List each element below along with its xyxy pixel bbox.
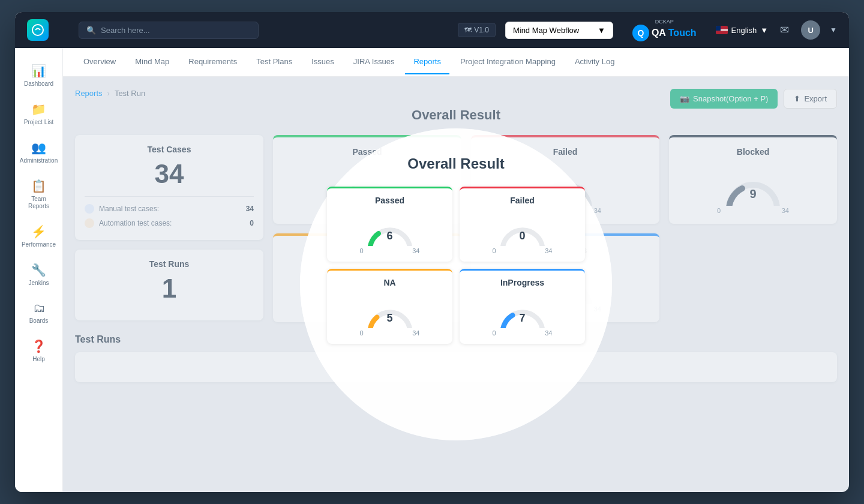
- manual-label: Manual test cases:: [99, 205, 159, 213]
- user-chevron-icon: ▼: [830, 26, 837, 34]
- stat-card-blocked: Blocked 9 0 34: [669, 135, 837, 224]
- sidebar-item-help[interactable]: ❓ Help: [17, 333, 61, 369]
- export-label: Export: [804, 94, 827, 103]
- sidebar-label-help: Help: [32, 356, 45, 363]
- mail-icon[interactable]: ✉: [778, 21, 791, 39]
- test-runs-section: Test Runs: [75, 334, 837, 382]
- language-selector[interactable]: English ▼: [716, 26, 769, 35]
- automation-label: Automation test cases:: [99, 219, 172, 227]
- dckap-label: DCKAP: [655, 19, 674, 25]
- breadcrumb-separator: ›: [107, 89, 110, 98]
- boards-icon: 🗂: [33, 301, 45, 315]
- blocked-min: 0: [717, 207, 721, 214]
- inprogress-gauge: 7 0 34: [481, 262, 650, 313]
- sidebar-label-boards: Boards: [29, 317, 49, 325]
- tab-nav: Overview Mind Map Requirements Test Plan…: [63, 48, 849, 77]
- blocked-max: 34: [782, 207, 789, 214]
- snapshot-label: Snapshot(Option + P): [693, 94, 768, 103]
- stats-layout: Passed 6 0 34: [75, 135, 837, 322]
- passed-title: Passed: [283, 147, 452, 157]
- tab-reports[interactable]: Reports: [405, 50, 449, 74]
- lang-chevron-icon: ▼: [760, 26, 768, 35]
- sidebar-item-administration[interactable]: 👥 Administration: [17, 134, 61, 170]
- sidebar-item-dashboard[interactable]: 📊 Dashboard: [17, 58, 61, 94]
- passed-min: 0: [331, 207, 335, 214]
- sidebar-label-team-reports: Team Reports: [22, 196, 56, 210]
- sidebar-item-team-reports[interactable]: 📋 Team Reports: [17, 173, 61, 216]
- na-range: 0 34: [331, 305, 403, 313]
- stat-card-inprogress: InProgress 7 0 34: [471, 233, 659, 322]
- page-content: Reports › Test Run 📷 Snapshot(Option + P…: [63, 77, 849, 492]
- breadcrumb-reports[interactable]: Reports: [75, 89, 103, 98]
- camera-icon: 📷: [680, 94, 689, 103]
- test-runs-section-title: Test Runs: [75, 334, 837, 345]
- sidebar-item-performance[interactable]: ⚡ Performance: [17, 218, 61, 254]
- sidebar-label-performance: Performance: [22, 241, 56, 248]
- na-min: 0: [331, 305, 335, 313]
- sidebar-label-administration: Administration: [20, 157, 58, 164]
- project-name: Mind Map Webflow: [513, 26, 579, 35]
- team-reports-icon: 📋: [31, 179, 46, 193]
- blocked-gauge-wrapper: 9: [717, 164, 789, 206]
- tab-activity-log[interactable]: Activity Log: [566, 50, 623, 74]
- passed-max: 34: [396, 207, 403, 214]
- tab-overview[interactable]: Overview: [75, 50, 124, 74]
- sidebar-label-jenkins: Jenkins: [29, 280, 49, 287]
- sidebar-label-project-list: Project List: [24, 119, 53, 126]
- test-runs-title: Test Runs: [85, 259, 254, 269]
- test-runs-total: 1: [85, 274, 254, 304]
- sidebar-item-boards[interactable]: 🗂 Boards: [17, 295, 61, 331]
- tab-jira-issues[interactable]: JIRA Issues: [345, 50, 403, 74]
- passed-gauge: 6 0 34: [283, 164, 452, 214]
- na-gauge-wrapper: 5: [331, 262, 403, 304]
- svg-point-0: [32, 25, 43, 35]
- failed-range: 0 34: [529, 207, 601, 214]
- passed-value: 6: [364, 187, 370, 201]
- passed-range: 0 34: [331, 207, 403, 214]
- search-bar[interactable]: 🔍 Search here...: [79, 22, 259, 39]
- qa-touch-logo: DCKAP Q QA Touch: [632, 19, 697, 41]
- search-icon: 🔍: [86, 26, 96, 35]
- inprogress-max: 34: [594, 305, 601, 313]
- sidebar: 📊 Dashboard 📁 Project List 👥 Administrat…: [15, 48, 63, 492]
- failed-value: 0: [562, 187, 568, 201]
- sidebar-item-project-list[interactable]: 📁 Project List: [17, 96, 61, 132]
- failed-min: 0: [529, 207, 533, 214]
- tab-mind-map[interactable]: Mind Map: [127, 50, 178, 74]
- stat-card-failed: Failed 0 0 34: [471, 135, 659, 224]
- snapshot-button[interactable]: 📷 Snapshot(Option + P): [670, 89, 778, 109]
- overall-result-title: Overall Result: [75, 107, 837, 123]
- summary-divider-1: [85, 196, 254, 197]
- test-cases-total: 34: [85, 159, 254, 189]
- automation-value: 0: [250, 219, 254, 227]
- failed-title: Failed: [481, 147, 650, 157]
- test-runs-card: Test Runs 1: [75, 250, 263, 320]
- export-button[interactable]: ⬆ Export: [784, 89, 837, 109]
- blocked-range: 0 34: [717, 207, 789, 214]
- tab-project-integration-mapping[interactable]: Project Integration Mapping: [452, 50, 564, 74]
- version-text: V1.0: [474, 26, 489, 34]
- tab-issues[interactable]: Issues: [303, 50, 343, 74]
- manual-icon: [85, 204, 94, 214]
- jenkins-icon: 🔧: [31, 263, 46, 277]
- action-buttons: 📷 Snapshot(Option + P) ⬆ Export: [670, 89, 837, 109]
- passed-gauge-wrapper: 6: [331, 164, 403, 206]
- sidebar-item-jenkins[interactable]: 🔧 Jenkins: [17, 257, 61, 293]
- qa-logo-text: QA Touch: [652, 28, 697, 38]
- tab-requirements[interactable]: Requirements: [180, 50, 245, 74]
- dashboard-icon: 📊: [31, 64, 46, 78]
- help-icon: ❓: [31, 339, 46, 353]
- failed-max: 34: [594, 207, 601, 214]
- qa-logo-circle: Q: [632, 25, 649, 41]
- blocked-value: 9: [749, 187, 756, 201]
- stat-card-na: NA 5 0 34: [273, 233, 461, 322]
- version-badge: 🗺 V1.0: [458, 23, 496, 37]
- inprogress-min: 0: [529, 305, 533, 313]
- flag-icon: [716, 26, 728, 34]
- project-selector[interactable]: Mind Map Webflow ▼: [505, 22, 613, 39]
- tab-test-plans[interactable]: Test Plans: [248, 50, 301, 74]
- inprogress-value: 7: [562, 286, 568, 299]
- blocked-title: Blocked: [679, 147, 827, 157]
- empty-cell: [669, 233, 837, 322]
- user-avatar[interactable]: U: [801, 20, 820, 40]
